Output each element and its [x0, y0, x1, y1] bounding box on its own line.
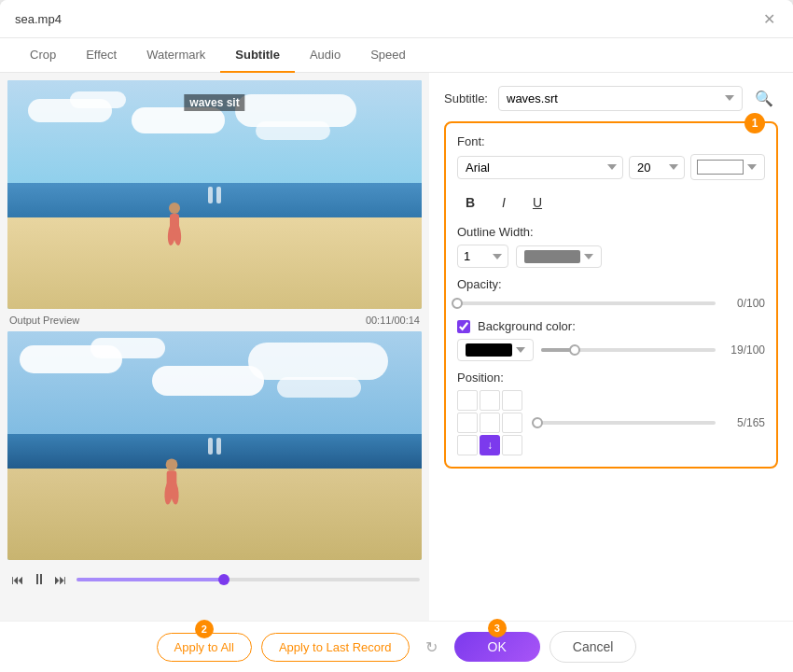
- prev-button[interactable]: ⏮: [9, 570, 26, 589]
- opacity-slider-thumb[interactable]: [452, 298, 463, 309]
- font-color-button[interactable]: [690, 154, 765, 180]
- subtitle-section: Subtitle: waves.srt 🔍: [444, 84, 778, 112]
- pos-cell-br[interactable]: [502, 435, 522, 455]
- person-figure-2: [157, 458, 187, 519]
- font-name-select[interactable]: Arial: [457, 156, 623, 179]
- background-section: Background color: 19/100: [457, 319, 765, 361]
- opacity-label: Opacity:: [457, 277, 765, 291]
- cloud-b3: [152, 366, 264, 396]
- pause-button[interactable]: ⏸: [30, 569, 49, 590]
- pos-cell-ml[interactable]: [457, 413, 478, 433]
- app-window: sea.mp4 ✕ Crop Effect Watermark Subtitle…: [0, 0, 793, 672]
- output-preview-label: Output Preview: [9, 315, 79, 326]
- cancel-button[interactable]: Cancel: [550, 631, 637, 663]
- opacity-slider-track[interactable]: [457, 301, 716, 305]
- pos-cell-tr[interactable]: [502, 390, 522, 411]
- subtitle-file-select[interactable]: waves.srt: [498, 86, 743, 111]
- cloud3: [132, 107, 225, 133]
- step-badge-2: 2: [195, 620, 214, 638]
- pos-cell-bl[interactable]: [457, 435, 478, 455]
- opacity-section: Opacity: 0/100: [457, 277, 765, 310]
- bg-opacity-value: 19/100: [723, 343, 765, 357]
- bg-controls-row: 19/100: [457, 339, 765, 361]
- tab-audio[interactable]: Audio: [295, 38, 355, 73]
- tab-speed[interactable]: Speed: [355, 38, 421, 73]
- progress-track[interactable]: [77, 578, 420, 581]
- pos-cell-tc[interactable]: [480, 390, 500, 411]
- outline-color-button[interactable]: [516, 245, 602, 268]
- preview-panel: waves sit Output Preview 00:11/00:14: [0, 73, 429, 621]
- sand-bg: [7, 217, 422, 309]
- cloud5: [256, 121, 330, 140]
- format-row: B I U: [457, 189, 765, 216]
- tab-effect[interactable]: Effect: [71, 38, 132, 73]
- position-slider-row: 5/165: [532, 390, 765, 429]
- step-badge-3: 3: [488, 619, 507, 637]
- chevron-down-icon-3: [516, 347, 525, 353]
- position-section: Position: ↓: [457, 371, 765, 455]
- pause-bar-2: [216, 187, 221, 203]
- tab-watermark[interactable]: Watermark: [132, 38, 220, 73]
- play-controls: ⏮ ⏸ ⏭: [9, 569, 69, 590]
- pos-cell-mc[interactable]: [480, 413, 500, 433]
- pos-cell-mr[interactable]: [502, 413, 522, 433]
- underline-button[interactable]: U: [524, 189, 550, 216]
- tab-subtitle[interactable]: Subtitle: [220, 38, 295, 73]
- sand-bg-2: [7, 469, 422, 560]
- font-section: Font: Arial 20: [457, 134, 765, 180]
- outline-section: Outline Width: 1: [457, 225, 765, 268]
- opacity-row: 0/100: [457, 297, 765, 310]
- tab-crop[interactable]: Crop: [15, 38, 71, 73]
- progress-fill: [77, 578, 224, 581]
- search-button[interactable]: 🔍: [750, 84, 778, 112]
- chevron-down-icon: [747, 164, 757, 170]
- timeline-bar: ⏮ ⏸ ⏭: [7, 564, 422, 595]
- next-button[interactable]: ⏭: [52, 570, 69, 589]
- top-video-preview: waves sit: [7, 80, 422, 309]
- right-panel: Subtitle: waves.srt 🔍 1 Font: Arial: [429, 73, 793, 621]
- chevron-down-icon-2: [584, 254, 593, 259]
- pause-icon-top: [208, 187, 221, 203]
- cloud-b4: [248, 343, 388, 380]
- pos-slider-thumb[interactable]: [532, 417, 543, 428]
- pos-slider-value: 5/165: [723, 416, 765, 429]
- svg-point-0: [169, 203, 180, 214]
- apply-last-button[interactable]: Apply to Last Record: [261, 633, 410, 662]
- progress-thumb[interactable]: [218, 574, 230, 585]
- font-size-select[interactable]: 20: [629, 156, 685, 179]
- window-title: sea.mp4: [15, 12, 62, 26]
- cloud-b2: [90, 338, 165, 358]
- bg-opacity-slider-track[interactable]: [541, 348, 716, 352]
- bg-color-checkbox[interactable]: [457, 320, 470, 333]
- ok-wrapper: 3 OK: [454, 632, 540, 662]
- person-figure: [160, 203, 188, 259]
- pause-bar-b1: [208, 438, 213, 455]
- position-label: Position:: [457, 371, 765, 385]
- pos-cell-bc[interactable]: ↓: [480, 435, 500, 455]
- outline-width-select[interactable]: 1: [457, 245, 508, 268]
- position-grid-wrap: ↓ 5/165: [457, 390, 765, 455]
- settings-box: 1 Font: Arial 20: [444, 121, 778, 469]
- bottom-video-preview: [7, 331, 422, 560]
- subtitle-label: Subtitle:: [444, 91, 491, 105]
- outline-label: Outline Width:: [457, 225, 765, 239]
- title-bar: sea.mp4 ✕: [0, 0, 793, 38]
- bg-color-button[interactable]: [457, 339, 534, 361]
- outline-row: 1: [457, 245, 765, 268]
- pos-cell-tl[interactable]: [457, 390, 478, 411]
- step-badge-1: 1: [744, 113, 765, 133]
- svg-point-4: [165, 458, 177, 470]
- bg-opacity-slider-thumb[interactable]: [569, 344, 580, 356]
- outline-color-swatch: [524, 250, 580, 263]
- pause-bar-1: [208, 187, 213, 203]
- bg-row: Background color:: [457, 319, 765, 333]
- tab-bar: Crop Effect Watermark Subtitle Audio Spe…: [0, 38, 793, 73]
- italic-button[interactable]: I: [491, 189, 517, 216]
- close-button[interactable]: ✕: [759, 9, 778, 28]
- bold-button[interactable]: B: [457, 189, 483, 216]
- pos-slider-track[interactable]: [532, 421, 716, 425]
- refresh-button[interactable]: ↻: [419, 634, 445, 660]
- time-display: 00:11/00:14: [366, 315, 420, 326]
- bg-color-swatch: [466, 343, 512, 357]
- font-color-swatch: [697, 160, 744, 175]
